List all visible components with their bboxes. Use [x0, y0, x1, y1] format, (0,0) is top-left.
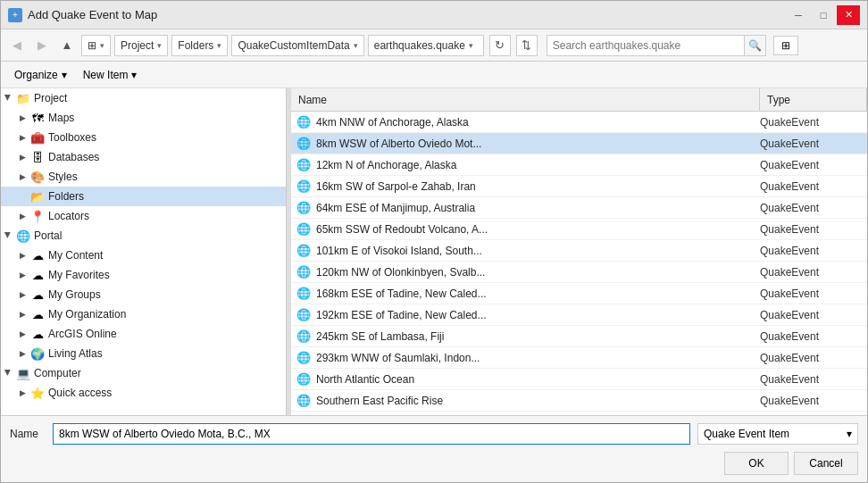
- file-icon: 🌐: [291, 244, 316, 257]
- content-area: ▶📁Project▶🗺Maps▶🧰Toolboxes▶🗄Databases▶🎨S…: [1, 88, 867, 415]
- search-input[interactable]: [547, 36, 744, 55]
- sidebar-item-myfavorites[interactable]: ▶☁My Favorites: [1, 265, 286, 285]
- file-name: 245km SE of Lambasa, Fiji: [316, 330, 760, 343]
- table-row[interactable]: 🌐 293km WNW of Saumlaki, Indon... QuakeE…: [291, 347, 867, 369]
- file-name: 8km WSW of Alberto Oviedo Mot...: [316, 137, 760, 150]
- close-button[interactable]: ✕: [837, 5, 860, 25]
- sidebar-item-computer[interactable]: ▶💻Computer: [1, 363, 286, 383]
- tree-label-databases: Databases: [48, 151, 99, 163]
- table-row[interactable]: 🌐 65km SSW of Redoubt Volcano, A... Quak…: [291, 219, 867, 240]
- tree-label-maps: Maps: [48, 112, 74, 124]
- name-input[interactable]: [53, 423, 690, 445]
- folders-label: Folders: [178, 39, 213, 52]
- bottom-bar: Name Quake Event Item ▾ OK Cancel: [1, 415, 867, 482]
- view-toggle-button[interactable]: ⊞: [773, 36, 798, 55]
- sidebar-item-styles[interactable]: ▶🎨Styles: [1, 167, 286, 187]
- sidebar-item-portal[interactable]: ▶🌐Portal: [1, 226, 286, 246]
- tree-arrow-myorg: ▶: [15, 307, 29, 321]
- table-row[interactable]: 🌐 16km SW of Sarpol-e Zahab, Iran QuakeE…: [291, 176, 867, 197]
- view-dropdown-arrow: ▾: [100, 41, 104, 50]
- sidebar-item-folders[interactable]: ▶📂Folders: [1, 187, 286, 206]
- file-icon: 🌐: [291, 179, 316, 193]
- type-arrow: ▾: [847, 428, 852, 440]
- sidebar-item-myorg[interactable]: ▶☁My Organization: [1, 304, 286, 324]
- file-dropdown[interactable]: earthquakes.quake ▾: [368, 35, 484, 56]
- data-label: QuakeCustomItemData: [238, 39, 349, 52]
- organize-button[interactable]: Organize ▾: [8, 65, 73, 85]
- tree-arrow-maps: ▶: [15, 111, 29, 125]
- file-icon: 🌐: [291, 351, 316, 364]
- forward-button[interactable]: ▶: [31, 35, 53, 56]
- file-icon: 🌐: [291, 201, 316, 214]
- type-dropdown[interactable]: Quake Event Item ▾: [697, 423, 858, 445]
- table-row[interactable]: 🌐 Southern East Pacific Rise QuakeEvent: [291, 390, 867, 412]
- file-type: QuakeEvent: [760, 202, 867, 214]
- table-row[interactable]: 🌐 64km ESE of Manjimup, Australia QuakeE…: [291, 197, 867, 219]
- sort-button[interactable]: ⇅: [516, 35, 538, 56]
- sidebar-item-locators[interactable]: ▶📍Locators: [1, 206, 286, 226]
- table-row[interactable]: 🌐 8km WSW of Alberto Oviedo Mot... Quake…: [291, 133, 867, 154]
- data-arrow: ▾: [354, 41, 358, 50]
- tree-icon-databases: 🗄: [29, 150, 46, 164]
- tree-icon-myorg: ☁: [29, 307, 46, 321]
- table-row[interactable]: 🌐 101km E of Visokoi Island, South... Qu…: [291, 240, 867, 262]
- tree-label-styles: Styles: [48, 171, 78, 183]
- refresh-button[interactable]: ↻: [489, 35, 511, 56]
- file-type: QuakeEvent: [760, 159, 867, 171]
- ok-button[interactable]: OK: [724, 452, 789, 475]
- dialog-window: + Add Quake Event to Map ─ □ ✕ ◀ ▶ ▲ ⊞ ▾…: [0, 0, 868, 483]
- sidebar-item-mygroups[interactable]: ▶☁My Groups: [1, 285, 286, 304]
- table-row[interactable]: 🌐 North Atlantic Ocean QuakeEvent: [291, 369, 867, 390]
- minimize-button[interactable]: ─: [787, 5, 810, 25]
- table-row[interactable]: 🌐 120km NW of Olonkinbyen, Svalb... Quak…: [291, 262, 867, 283]
- dialog-icon: +: [8, 8, 22, 22]
- up-button[interactable]: ▲: [56, 35, 78, 56]
- toolbar-row: ◀ ▶ ▲ ⊞ ▾ Project ▾ Folders ▾ QuakeCusto…: [1, 29, 867, 62]
- view-dropdown[interactable]: ⊞ ▾: [81, 35, 111, 56]
- col-name-label: Name: [298, 94, 327, 106]
- sidebar-item-maps[interactable]: ▶🗺Maps: [1, 108, 286, 128]
- sidebar-item-arcgisonline[interactable]: ▶☁ArcGIS Online: [1, 324, 286, 344]
- data-dropdown[interactable]: QuakeCustomItemData ▾: [231, 35, 363, 56]
- file-icon: 🌐: [291, 137, 316, 150]
- action-row: OK Cancel: [10, 452, 858, 475]
- sidebar-item-toolboxes[interactable]: ▶🧰Toolboxes: [1, 128, 286, 147]
- table-row[interactable]: 🌐 168km ESE of Tadine, New Caled... Quak…: [291, 283, 867, 304]
- back-button[interactable]: ◀: [6, 35, 28, 56]
- tree-icon-mygroups: ☁: [29, 287, 46, 302]
- sidebar-item-livingatlas[interactable]: ▶🌍Living Atlas: [1, 344, 286, 363]
- file-type: QuakeEvent: [760, 116, 867, 129]
- tree-icon-toolboxes: 🧰: [29, 130, 46, 145]
- table-row[interactable]: 🌐 4km NNW of Anchorage, Alaska QuakeEven…: [291, 112, 867, 133]
- type-value: Quake Event Item: [704, 428, 789, 440]
- organize-bar: Organize ▾ New Item ▾: [1, 62, 867, 88]
- sidebar-item-databases[interactable]: ▶🗄Databases: [1, 147, 286, 167]
- tree-label-arcgisonline: ArcGIS Online: [48, 328, 117, 340]
- cancel-button[interactable]: Cancel: [794, 452, 858, 475]
- table-row[interactable]: 🌐 245km SE of Lambasa, Fiji QuakeEvent: [291, 326, 867, 347]
- col-header-name[interactable]: Name: [291, 88, 760, 112]
- sidebar-item-project[interactable]: ▶📁Project: [1, 88, 286, 108]
- project-dropdown[interactable]: Project ▾: [114, 35, 168, 56]
- file-icon: 🌐: [291, 287, 316, 300]
- tree-arrow-toolboxes: ▶: [15, 130, 29, 145]
- file-name: 16km SW of Sarpol-e Zahab, Iran: [316, 180, 760, 193]
- name-label: Name: [10, 428, 46, 440]
- file-panel: Name Type 🌐 4km NNW of Anchorage, Alaska…: [291, 88, 867, 415]
- maximize-button[interactable]: □: [812, 5, 835, 25]
- table-row[interactable]: 🌐 12km N of Anchorage, Alaska QuakeEvent: [291, 154, 867, 176]
- file-type: QuakeEvent: [760, 180, 867, 193]
- tree-label-myorg: My Organization: [48, 308, 126, 321]
- sidebar-item-quickaccess[interactable]: ▶⭐Quick access: [1, 383, 286, 403]
- tree-arrow-myfavorites: ▶: [15, 268, 29, 282]
- col-header-type[interactable]: Type: [760, 88, 867, 112]
- table-row[interactable]: 🌐 192km ESE of Tadine, New Caled... Quak…: [291, 304, 867, 326]
- file-name: 168km ESE of Tadine, New Caled...: [316, 287, 760, 300]
- file-icon: 🌐: [291, 158, 316, 171]
- search-button[interactable]: 🔍: [744, 36, 765, 55]
- sidebar-item-mycontent[interactable]: ▶☁My Content: [1, 246, 286, 265]
- file-type: QuakeEvent: [760, 309, 867, 321]
- sidebar: ▶📁Project▶🗺Maps▶🧰Toolboxes▶🗄Databases▶🎨S…: [1, 88, 287, 415]
- new-item-button[interactable]: New Item ▾: [77, 65, 144, 85]
- folders-dropdown[interactable]: Folders ▾: [171, 35, 228, 56]
